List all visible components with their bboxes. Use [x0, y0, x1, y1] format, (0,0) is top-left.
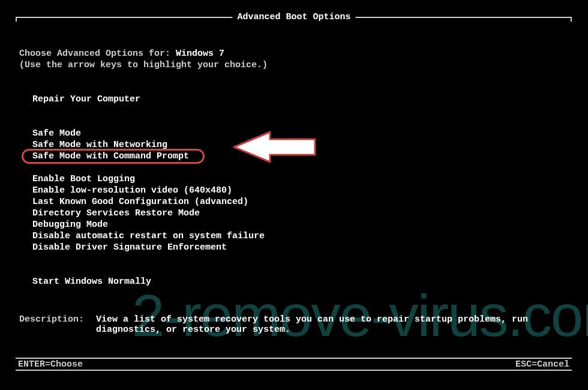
menu-debugging[interactable]: Debugging Mode — [19, 219, 569, 230]
menu-low-res[interactable]: Enable low-resolution video (640x480) — [19, 185, 569, 196]
page-title: Advanced Boot Options — [232, 12, 355, 22]
menu-disable-restart[interactable]: Disable automatic restart on system fail… — [19, 230, 569, 242]
description-text: View a list of system recovery tools you… — [96, 314, 552, 335]
menu-repair[interactable]: Repair Your Computer — [19, 94, 569, 105]
menu-boot-logging[interactable]: Enable Boot Logging — [19, 173, 569, 185]
menu-safe-mode[interactable]: Safe Mode — [19, 128, 569, 139]
menu-start-normally[interactable]: Start Windows Normally — [19, 276, 569, 287]
menu-disable-driver-sig[interactable]: Disable Driver Signature Enforcement — [19, 242, 569, 253]
arrow-hint: (Use the arrow keys to highlight your ch… — [19, 59, 569, 71]
choose-prefix: Choose Advanced Options for: — [19, 49, 176, 59]
description-label: Description: — [19, 314, 96, 325]
menu-safe-mode-networking[interactable]: Safe Mode with Networking — [19, 139, 569, 151]
menu-safe-mode-cmd[interactable]: Safe Mode with Command Prompt — [19, 151, 569, 162]
footer-enter: ENTER=Choose — [18, 359, 83, 370]
os-name: Windows 7 — [176, 49, 224, 59]
menu-last-known-good[interactable]: Last Known Good Configuration (advanced) — [19, 196, 569, 208]
footer-esc: ESC=Cancel — [515, 359, 569, 370]
menu-ds-restore[interactable]: Directory Services Restore Mode — [19, 208, 569, 219]
